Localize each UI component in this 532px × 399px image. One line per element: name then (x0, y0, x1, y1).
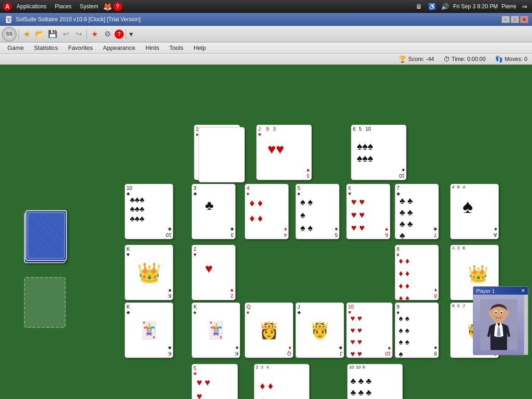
card-10c[interactable]: 10♣ ♣♣♣♣♣♣♣♣♣ 10♣ J♣ 10 3 (125, 184, 173, 239)
card-1010-9c[interactable]: 10 10 9 ♣ ♣ ♣♣ ♣ ♣♣ ♣ ♣ ↗ 9♣ (347, 364, 403, 399)
firefox-icon[interactable]: 🦊 (103, 2, 112, 11)
card-5h[interactable]: 5♥ ♥ ♥ ♥ ♥ ♥ 5♥ AK (192, 364, 238, 399)
card-j9-hearts: ♥♥ (268, 141, 284, 157)
moves-status: 👣 Moves: 0 (495, 55, 527, 63)
system-bar-right: 🖥 ♿ 🔊 Fri Sep 3 8:20 PM Pierre ⇒ (414, 2, 529, 11)
menu-appearance[interactable]: Appearance (98, 43, 140, 52)
toolbar-sep-3 (126, 29, 126, 39)
app-window: 🃏 SolSuite Solitaire 2010 v10.6 [Clock] … (0, 13, 532, 399)
card-9-tl: 9 (266, 126, 269, 132)
score-status: 🏆 Score: -44 (399, 55, 434, 63)
card-jc[interactable]: J♣ 🤴 J♣ (296, 302, 344, 358)
menu-statistics[interactable]: Statistics (29, 43, 62, 52)
toolbar-undo[interactable]: ↩ (60, 28, 72, 40)
toolbar-logo: SS (2, 27, 17, 42)
card-9s[interactable]: 9♠ ♠ ♠♠ ♠♠ ♠ ♠ 9♠ (395, 302, 439, 358)
svg-point-8 (505, 310, 509, 316)
card-qd[interactable]: Q♦ 👸 Q♦ (245, 302, 293, 358)
card-empty-slot[interactable] (24, 277, 66, 328)
app-icon: 🃏 (4, 15, 13, 24)
toolbar-sep-1 (18, 29, 19, 39)
menu-applications[interactable]: Applications (13, 2, 50, 11)
menu-game[interactable]: Game (3, 43, 28, 52)
card-kc-row4[interactable]: K♣ 🃏 K♣ K 8 (125, 302, 173, 358)
time-status: ⏱ Time: 0:00:00 (443, 55, 486, 63)
toolbar-dropdown[interactable]: ▼ (128, 30, 134, 38)
toolbar: SS ★ 📂 💾 ↩ ↪ ★ ⚙ ? ▼ (0, 26, 532, 42)
player-photo (473, 295, 524, 355)
card-j9-3[interactable]: J♥ 9 3 ♥♥ 3♥ (256, 125, 312, 180)
card-3-tl: 3 (273, 126, 276, 132)
gnome-icon[interactable]: A (3, 2, 12, 11)
time-label: Time: (452, 56, 466, 62)
card-sp-tl2: 5 (359, 126, 362, 132)
card-ks[interactable]: K♠ 🃏 K♠ (192, 302, 240, 358)
card-6h[interactable]: 6♥ ♥ ♥♥ ♥♥ ♥ 6♥ (346, 184, 390, 239)
player-popup: Player 1 ✕ (473, 286, 528, 355)
toolbar-new[interactable]: ★ (21, 28, 33, 40)
player-popup-close-button[interactable]: ✕ (521, 288, 525, 294)
help-icon[interactable]: ? (113, 2, 122, 11)
title-bar: 🃏 SolSuite Solitaire 2010 v10.6 [Clock] … (0, 13, 532, 26)
system-datetime: Fri Sep 3 8:20 PM (453, 3, 498, 10)
menu-favorites[interactable]: Favorites (63, 43, 97, 52)
status-bar-top: 🏆 Score: -44 ⏱ Time: 0:00:00 👣 Moves: 0 (0, 54, 532, 65)
svg-point-6 (501, 312, 502, 314)
card-5s[interactable]: 5♠ ♠ ♠ ♠ ♠ ♠ 5♠ (296, 184, 339, 239)
svg-point-5 (495, 312, 497, 314)
score-label: Score: (408, 56, 424, 62)
card-48a[interactable]: 4 8 A ♠ A♠ (450, 184, 499, 239)
moves-label: Moves: (505, 56, 523, 62)
card-sp-br: 10♠ (399, 168, 405, 179)
menu-hints[interactable]: Hints (141, 43, 164, 52)
moves-value: 0 (524, 56, 527, 62)
menu-tools[interactable]: Tools (165, 43, 188, 52)
toolbar-save[interactable]: 💾 (47, 28, 59, 40)
system-bar: A Applications Places System 🦊 ? 🖥 ♿ 🔊 F… (0, 0, 532, 13)
card-j-tl: J♥ (258, 126, 261, 137)
toolbar-favorites[interactable]: ★ (89, 28, 101, 40)
toolbar-redo[interactable]: ↪ (73, 28, 85, 40)
score-value: -44 (426, 56, 434, 62)
card-234d[interactable]: 2 3 4 ♦ ♦ ♦ 4♦ (254, 364, 309, 399)
system-user: Pierre (502, 3, 516, 10)
toolbar-help[interactable]: ? (115, 30, 124, 39)
svg-point-7 (489, 310, 492, 316)
title-bar-left: 🃏 SolSuite Solitaire 2010 v10.6 [Clock] … (4, 15, 140, 24)
card-stack1-b1 (199, 127, 245, 182)
card-10h[interactable]: 10♥ ♥ ♥♥ ♥♥ ♥♥ ♥ 10♥ (346, 302, 393, 358)
card-8d[interactable]: 8♦ ♦ ♦♦ ♦♦ ♦♦ ♦ 8♦ (395, 245, 439, 300)
toolbar-sep-2 (86, 29, 87, 39)
card-4d[interactable]: 4♦ ♦ ♦♦ ♦ 4♦ (245, 184, 289, 239)
player-popup-label: Player 1 (476, 288, 495, 294)
minimize-button[interactable]: − (502, 16, 510, 23)
time-value: 0:00:00 (467, 56, 486, 62)
player-popup-title: Player 1 ✕ (473, 287, 528, 295)
card-sp-tl3: 10 (365, 126, 371, 132)
toolbar-open[interactable]: 📂 (34, 28, 46, 40)
card-7c[interactable]: 7♣ ♣ ♣♣ ♣♣ ♣♣ 7♣ (395, 184, 439, 239)
card-kh[interactable]: K♥ 👑 K♥ K♠ J 4 (125, 245, 173, 300)
player-avatar-svg (480, 299, 517, 350)
card-2h[interactable]: 2♥ ♥ 2♥ (192, 245, 236, 300)
game-area[interactable]: 2♦ 2♦ ♦ 2♣ 9♣ 5 J♥ 9 3 ♥♥ 3♥ 6 5 10 ♠♠♠♠… (0, 65, 532, 399)
card-deck-2 (25, 210, 67, 261)
card-sp-center: ♠♠♠♠♠♠ (357, 140, 373, 164)
maximize-button[interactable]: □ (511, 16, 519, 23)
menu-help[interactable]: Help (189, 43, 211, 52)
toolbar-settings[interactable]: ⚙ (102, 28, 114, 40)
system-bar-left: A Applications Places System 🦊 ? (3, 2, 122, 11)
menu-places[interactable]: Places (51, 2, 75, 11)
network-icon: 🖥 (414, 2, 423, 11)
menu-system[interactable]: System (76, 2, 102, 11)
volume-icon: 🔊 (440, 2, 449, 11)
card-j9-br: 3♥ (307, 168, 310, 179)
window-title: SolSuite Solitaire 2010 v10.6 [Clock] [T… (16, 16, 140, 23)
card-spades-top[interactable]: 6 5 10 ♠♠♠♠♠♠ 10♠ (351, 125, 406, 180)
card-sp-tl: 6 (353, 126, 356, 132)
menu-bar: Game Statistics Favorites Appearance Hin… (0, 42, 532, 54)
card-3c[interactable]: 3♣ ♣ 3♣ (192, 184, 236, 239)
logout-icon[interactable]: ⇒ (520, 2, 529, 11)
accessibility-icon: ♿ (427, 2, 436, 11)
close-button[interactable]: ✕ (520, 16, 528, 23)
